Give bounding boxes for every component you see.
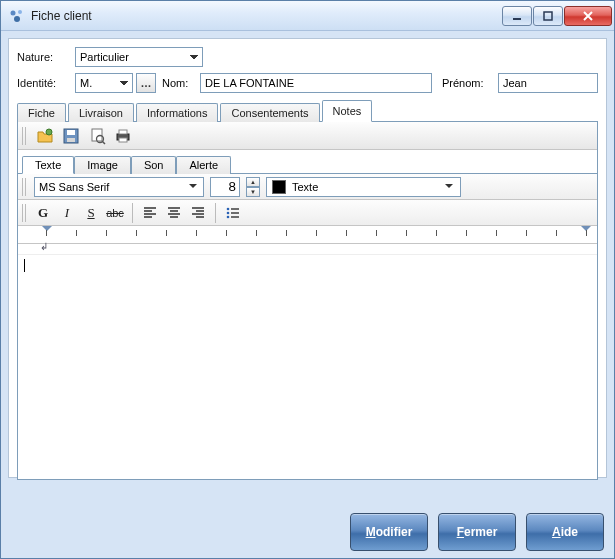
tab-fiche[interactable]: Fiche	[17, 103, 66, 122]
identite-label: Identité:	[17, 77, 75, 89]
subtab-alerte[interactable]: Alerte	[176, 156, 231, 174]
svg-point-0	[11, 10, 16, 15]
svg-rect-8	[67, 138, 75, 142]
close-button[interactable]	[564, 6, 612, 26]
svg-line-11	[102, 141, 105, 144]
nature-label: Nature:	[17, 51, 75, 63]
modifier-button[interactable]: Modifier	[350, 513, 428, 551]
svg-point-16	[227, 211, 230, 214]
print-preview-icon[interactable]	[86, 125, 108, 147]
tab-consentements[interactable]: Consentements	[220, 103, 319, 122]
subtab-son[interactable]: Son	[131, 156, 177, 174]
fmtrow-grip	[22, 204, 28, 222]
svg-point-5	[46, 129, 52, 135]
font-size-field[interactable]	[210, 177, 240, 197]
notes-editor[interactable]	[18, 254, 597, 479]
tab-notes[interactable]: Notes	[322, 100, 373, 122]
separator	[215, 203, 216, 223]
svg-rect-4	[544, 12, 552, 20]
main-tabs: Fiche Livraison Informations Consentemen…	[17, 99, 598, 122]
print-icon[interactable]	[112, 125, 134, 147]
separator	[132, 203, 133, 223]
bullet-list-button[interactable]	[222, 202, 244, 224]
nature-select[interactable]: Particulier	[75, 47, 203, 67]
subtab-texte[interactable]: Texte	[22, 156, 74, 174]
svg-point-10	[97, 135, 104, 142]
nom-label: Nom:	[162, 77, 194, 89]
font-family-select[interactable]: MS Sans Serif	[34, 177, 204, 197]
fontrow-grip	[22, 178, 28, 196]
tab-livraison[interactable]: Livraison	[68, 103, 134, 122]
strikethrough-button[interactable]: abc	[104, 202, 126, 224]
font-family-value: MS Sans Serif	[39, 181, 109, 193]
maximize-button[interactable]	[533, 6, 563, 26]
save-icon[interactable]	[60, 125, 82, 147]
svg-rect-3	[513, 18, 521, 20]
chevron-down-icon	[443, 181, 455, 193]
nom-field[interactable]	[200, 73, 432, 93]
svg-point-17	[227, 215, 230, 218]
subtab-image[interactable]: Image	[74, 156, 131, 174]
svg-rect-12	[117, 134, 129, 140]
svg-rect-7	[67, 130, 75, 135]
prenom-field[interactable]	[498, 73, 598, 93]
svg-rect-6	[64, 129, 78, 143]
text-caret	[24, 259, 25, 272]
sub-tabs: Texte Image Son Alerte	[18, 150, 597, 174]
open-folder-icon[interactable]	[34, 125, 56, 147]
spin-up-icon[interactable]: ▲	[246, 177, 260, 187]
font-color-swatch	[272, 180, 286, 194]
identite-browse-button[interactable]: …	[136, 73, 156, 93]
bold-button[interactable]: G	[32, 202, 54, 224]
align-left-button[interactable]	[139, 202, 161, 224]
window-title: Fiche client	[31, 9, 501, 23]
underline-button[interactable]: S	[80, 202, 102, 224]
tab-informations[interactable]: Informations	[136, 103, 219, 122]
text-attribute-label: Texte	[292, 181, 318, 193]
spin-down-icon[interactable]: ▼	[246, 187, 260, 197]
svg-rect-14	[119, 138, 127, 142]
align-right-button[interactable]	[187, 202, 209, 224]
text-attribute-select[interactable]: Texte	[266, 177, 461, 197]
app-icon	[9, 8, 25, 24]
paragraph-marker-icon: ↲	[40, 241, 48, 252]
ruler[interactable]	[18, 226, 597, 244]
svg-rect-13	[119, 130, 127, 134]
chevron-down-icon	[187, 181, 199, 193]
fermer-button[interactable]: Fermer	[438, 513, 516, 551]
svg-point-1	[18, 10, 22, 14]
identite-select[interactable]: M.	[75, 73, 133, 93]
svg-point-15	[227, 207, 230, 210]
aide-button[interactable]: Aide	[526, 513, 604, 551]
minimize-button[interactable]	[502, 6, 532, 26]
svg-rect-9	[92, 129, 102, 141]
prenom-label: Prénom:	[442, 77, 492, 89]
font-size-stepper[interactable]: ▲ ▼	[246, 177, 260, 197]
toolbar-grip	[22, 127, 28, 145]
italic-button[interactable]: I	[56, 202, 78, 224]
align-center-button[interactable]	[163, 202, 185, 224]
svg-point-2	[14, 16, 20, 22]
